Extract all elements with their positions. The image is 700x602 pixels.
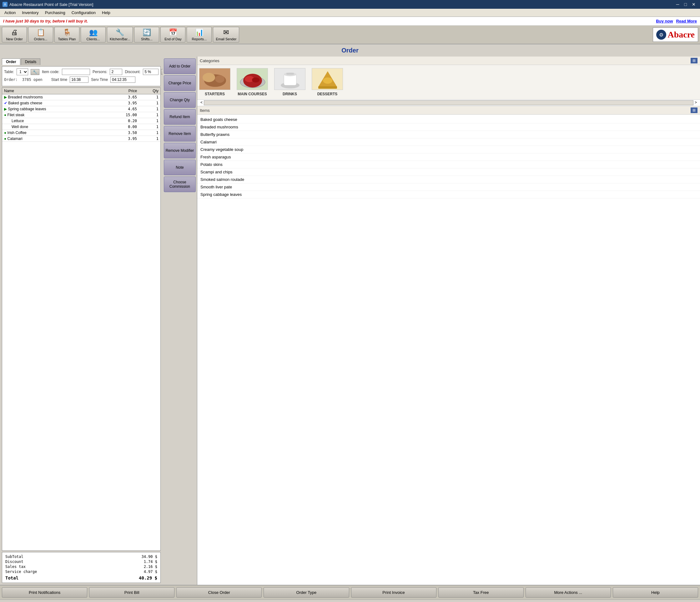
list-item[interactable]: Smooth liver pate xyxy=(197,183,700,191)
change-qty-button[interactable]: Change Qty xyxy=(164,92,196,108)
remove-modifier-button[interactable]: Remove Modifier xyxy=(164,143,196,158)
menu-purchasing[interactable]: Purchasing xyxy=(42,9,69,16)
shifts-button[interactable]: 🔄 Shifts... xyxy=(134,27,159,43)
list-item[interactable]: Smoked salmon roulade xyxy=(197,176,700,183)
status-bar: admin LO4D.com xyxy=(0,600,700,602)
add-to-order-button[interactable]: Add to Order xyxy=(164,58,196,74)
read-more-link[interactable]: Read More xyxy=(676,19,697,23)
new-order-button[interactable]: 🖨 New Order xyxy=(2,27,27,43)
svg-rect-13 xyxy=(286,73,294,75)
row-price: 15.00 xyxy=(105,112,139,118)
category-scrollbar: < > xyxy=(197,100,700,106)
row-price: 3.95 xyxy=(105,100,139,106)
order-type-button[interactable]: Order Type xyxy=(264,587,349,598)
remove-item-button[interactable]: Remove Item xyxy=(164,126,196,141)
col-price: Price xyxy=(105,88,139,94)
close-button[interactable]: ✕ xyxy=(690,2,698,7)
menu-inventory[interactable]: Inventory xyxy=(19,9,42,16)
print-invoice-button[interactable]: Print Invoice xyxy=(351,587,436,598)
clients-button[interactable]: 👥 Clients... xyxy=(81,27,106,43)
reports-label: Reports... xyxy=(192,37,207,41)
svg-point-3 xyxy=(215,75,224,83)
choose-commission-button[interactable]: Choose Commission xyxy=(164,177,196,192)
table-label: Table: xyxy=(4,70,14,74)
category-desserts[interactable]: DESSERTS xyxy=(312,68,343,96)
more-actions-button[interactable]: More Actions ... xyxy=(526,587,611,598)
list-item[interactable]: Scampi and chips xyxy=(197,168,700,176)
subtotal-label: SubTotal xyxy=(5,554,23,559)
category-drinks[interactable]: DRINKS xyxy=(274,68,305,96)
list-item[interactable]: Spring cabbage leaves xyxy=(197,191,700,199)
kitchen-bar-button[interactable]: 🔧 Kitchen/Bar... xyxy=(107,27,133,43)
total-value: 40.29 $ xyxy=(139,575,157,580)
cat-scroll-left[interactable]: < xyxy=(199,100,204,105)
table-row[interactable]: ▶ Spring cabbage leaves 4.65 1 xyxy=(2,106,160,112)
list-item[interactable]: Breaded mushrooms xyxy=(197,123,700,131)
minimize-button[interactable]: ─ xyxy=(674,2,681,7)
print-bill-button[interactable]: Print Bill xyxy=(89,587,174,598)
list-item[interactable]: Butterfly prawns xyxy=(197,131,700,138)
menu-help[interactable]: Help xyxy=(99,9,114,16)
table-edit-button[interactable]: 🔧 xyxy=(31,69,40,75)
email-sender-button[interactable]: ✉ Email Sender xyxy=(213,27,239,43)
start-time-input xyxy=(70,77,89,83)
drinks-name: DRINKS xyxy=(283,92,297,96)
persons-label: Persons: xyxy=(93,70,107,74)
brand-icon: ⚙ xyxy=(656,30,666,40)
categories-view-button[interactable]: ⊞ xyxy=(691,58,698,63)
row-name: ● Irish Coffee xyxy=(2,130,105,136)
table-row[interactable]: ● Calamari 3.95 1 xyxy=(2,136,160,142)
order-label: Order: xyxy=(4,77,18,82)
table-row[interactable]: ✔ Baked goats cheese 3.95 1 xyxy=(2,100,160,106)
orders-button[interactable]: 📋 Orders... xyxy=(28,27,53,43)
reports-button[interactable]: 📊 Reports... xyxy=(186,27,212,43)
right-panel: Categories ⊞ STARTERS xyxy=(197,56,700,585)
table-row[interactable]: ▶ Breaded mushrooms 3.65 1 xyxy=(2,94,160,100)
table-row[interactable]: ● Filet steak 15.00 1 xyxy=(2,112,160,118)
item-code-input[interactable] xyxy=(62,69,90,75)
buy-now-link[interactable]: Buy now xyxy=(656,19,673,23)
tax-free-button[interactable]: Tax Free xyxy=(438,587,524,598)
tab-order[interactable]: Order xyxy=(2,58,20,65)
row-qty: 1 xyxy=(139,100,160,106)
col-name: Name xyxy=(2,88,105,94)
menu-action[interactable]: Action xyxy=(1,9,19,16)
list-item[interactable]: Potato skins xyxy=(197,161,700,168)
cat-scroll-track[interactable] xyxy=(204,100,694,105)
category-starters[interactable]: STARTERS xyxy=(199,68,230,96)
menu-configuration[interactable]: Configuration xyxy=(69,9,99,16)
cat-scroll-right[interactable]: > xyxy=(694,100,698,105)
main-courses-image xyxy=(237,68,268,90)
discount-input[interactable] xyxy=(143,69,158,75)
table-row[interactable]: Lettuce 0.20 1 xyxy=(2,118,160,124)
list-item[interactable]: Creamy vegetable soup xyxy=(197,146,700,153)
change-price-button[interactable]: Change Price xyxy=(164,75,196,91)
list-item[interactable]: Fresh asparagus xyxy=(197,153,700,161)
category-main-courses[interactable]: MAIN COURSES xyxy=(237,68,268,96)
shifts-icon: 🔄 xyxy=(143,28,151,36)
end-of-day-button[interactable]: 📅 End of Day xyxy=(160,27,185,43)
list-item[interactable]: Baked goats cheese xyxy=(197,116,700,123)
left-panel: Order Details Table: 1 🔧 Item code: Pers… xyxy=(0,56,162,585)
list-item[interactable]: Calamari xyxy=(197,138,700,146)
help-button[interactable]: Help xyxy=(613,587,698,598)
persons-input[interactable] xyxy=(110,69,122,75)
row-price: 3.95 xyxy=(105,136,139,142)
row-name: ● Calamari xyxy=(2,136,105,142)
refund-item-button[interactable]: Refund Item xyxy=(164,109,196,125)
items-view-button[interactable]: ⊞ xyxy=(691,107,698,113)
row-name: ✔ Baked goats cheese xyxy=(2,100,105,106)
order-title: Order xyxy=(0,44,700,56)
tab-details[interactable]: Details xyxy=(21,58,41,65)
discount-label: Discount: xyxy=(125,70,141,74)
table-select[interactable]: 1 xyxy=(17,69,28,75)
email-sender-label: Email Sender xyxy=(216,37,236,41)
table-row[interactable]: Well done 0.00 1 xyxy=(2,124,160,130)
print-notifications-button[interactable]: Print Notifications xyxy=(2,587,87,598)
note-button[interactable]: Note xyxy=(164,160,196,175)
svg-point-8 xyxy=(252,77,259,82)
tables-plan-button[interactable]: 🪑 Tables Plan xyxy=(54,27,79,43)
maximize-button[interactable]: □ xyxy=(682,2,689,7)
close-order-button[interactable]: Close Order xyxy=(176,587,262,598)
table-row[interactable]: ● Irish Coffee 3.50 1 xyxy=(2,130,160,136)
